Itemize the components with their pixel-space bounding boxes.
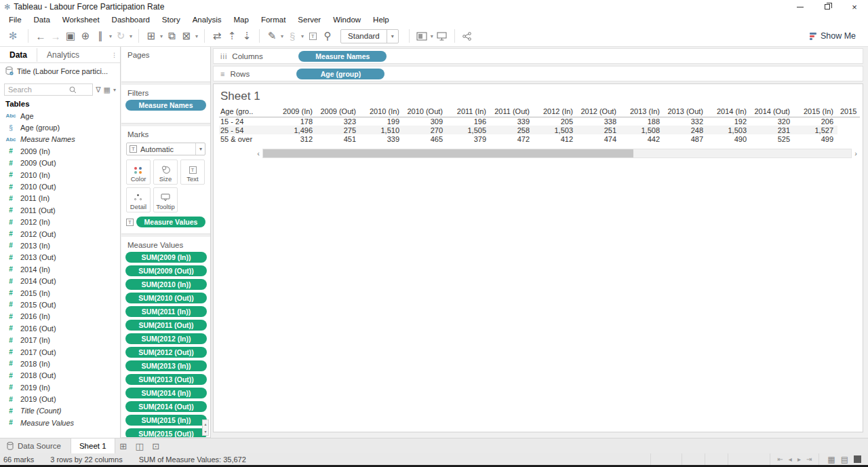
column-header[interactable]: 2015 (In) [794,107,837,117]
pause-dropdown-icon[interactable]: ▾ [109,33,112,39]
measure-values-scrollbar[interactable]: ▴ ▾ [202,419,209,436]
presentation-mode-button[interactable] [435,28,450,44]
table-cell[interactable]: 338 [577,117,620,126]
table-cell[interactable]: 1,503 [534,126,577,134]
measure-value-pill[interactable]: SUM(2014 (In)) [125,388,207,398]
minimize-button[interactable] [787,0,814,14]
scroll-right-icon[interactable]: › [852,149,860,158]
field-item[interactable]: # 2012 (In) [0,217,120,228]
menu-item[interactable]: Server [292,16,327,24]
field-item[interactable]: # 2010 (Out) [0,181,120,192]
table-cell[interactable]: 205 [534,117,577,126]
table-cell[interactable]: 332 [664,117,707,126]
table-cell[interactable]: 270 [403,126,447,134]
nav-prev-icon[interactable]: ◂ [789,455,792,463]
show-filmstrip-icon[interactable]: ▤ [841,455,848,464]
new-data-source-button[interactable]: ⊕ [78,28,93,44]
table-cell[interactable]: 320 [751,117,794,126]
redo-button[interactable]: → [48,28,63,44]
menu-item[interactable]: Dashboard [106,16,156,24]
sort-descending-button[interactable]: ⇣ [239,28,254,44]
columns-pill[interactable]: Measure Names [298,51,387,62]
menu-item[interactable]: File [3,16,28,24]
panel-options-icon[interactable]: ⋮ [111,52,117,58]
table-cell[interactable]: 442 [620,134,664,143]
column-header[interactable]: 2010 (Out) [403,107,447,117]
data-source-item[interactable]: Title (Labour Force partici... [0,63,120,78]
scroll-left-icon[interactable]: ‹ [254,149,262,158]
tab-data[interactable]: Data [0,50,37,60]
row-label[interactable]: 55 & over [219,134,273,143]
search-input[interactable] [8,86,69,94]
data-source-tab[interactable]: Data Source [0,438,71,453]
field-item[interactable]: Abc Age [0,110,120,122]
menu-item[interactable]: Map [228,16,255,24]
table-cell[interactable]: 251 [577,126,620,134]
table-cell[interactable]: 178 [273,117,317,126]
measure-value-pill[interactable]: SUM(2010 (Out)) [125,293,207,303]
group-dropdown-icon[interactable]: ▾ [301,33,304,39]
show-me-button[interactable]: Show Me [810,31,856,41]
sheet-tab-active[interactable]: Sheet 1 [71,438,115,453]
table-cell[interactable]: 1,510 [360,126,403,134]
field-item[interactable]: # 2013 (Out) [0,252,120,263]
field-item[interactable]: # 2009 (In) [0,145,120,157]
measure-value-pill[interactable]: SUM(2013 (In)) [125,360,207,371]
column-header[interactable]: 2015 [837,107,860,117]
show-hide-cards-dropdown-icon[interactable]: ▾ [431,33,433,39]
table-cell[interactable]: 339 [490,117,534,126]
field-item[interactable]: # 2016 (In) [0,311,120,322]
measure-value-pill[interactable]: SUM(2012 (Out)) [125,347,207,358]
field-item[interactable]: # 2017 (Out) [0,346,120,358]
highlight-dropdown-icon[interactable]: ▾ [281,33,283,39]
search-box[interactable] [4,83,93,96]
measure-value-pill[interactable]: SUM(2011 (Out)) [125,320,207,331]
show-hide-cards-button[interactable] [414,28,429,44]
field-item[interactable]: # 2014 (Out) [0,275,120,286]
field-item[interactable]: # 2019 (In) [0,381,120,393]
field-item[interactable]: # 2017 (In) [0,334,120,345]
measure-value-pill[interactable]: SUM(2012 (In)) [125,333,207,344]
measure-value-pill[interactable]: SUM(2009 (In)) [125,252,207,263]
menu-item[interactable]: Analysis [186,16,228,24]
table-cell[interactable]: 474 [577,134,620,143]
filter-fields-icon[interactable]: ∇ [96,86,100,94]
tableau-logo-icon[interactable]: ✻ [5,28,20,44]
table-cell[interactable]: 1,503 [707,126,751,134]
table-cell[interactable]: 487 [664,134,707,143]
scroll-down-icon[interactable]: ▾ [203,428,208,435]
field-item[interactable]: Abc Measure Names [0,134,120,145]
scrollbar-track[interactable] [262,149,852,158]
fit-selector[interactable]: Standard ▾ [340,29,399,43]
table-cell[interactable]: 451 [317,134,360,143]
table-cell[interactable]: 490 [707,134,751,143]
menu-item[interactable]: Worksheet [56,16,106,24]
highlight-button[interactable]: ✎ [264,28,279,44]
show-sheet-sorter-icon[interactable]: ▦ [827,455,835,464]
table-cell[interactable]: 339 [360,134,403,143]
rows-pill[interactable]: Age (group) [296,69,384,79]
show-mark-labels-button[interactable]: T [305,28,320,44]
scrollbar-thumb[interactable] [263,149,633,157]
restore-button[interactable] [814,0,841,14]
menu-item[interactable]: Window [327,16,367,24]
field-item[interactable]: # 2015 (In) [0,287,120,299]
tab-analytics[interactable]: Analytics [37,48,89,62]
field-item[interactable]: # 2015 (Out) [0,299,120,310]
pause-auto-updates-button[interactable]: ∥ [93,28,108,44]
field-item[interactable]: § Age (group) [0,122,120,133]
table-cell[interactable]: 1,496 [273,126,317,134]
table-cell[interactable]: 412 [534,134,577,143]
field-item[interactable]: # 2012 (Out) [0,228,120,240]
field-item[interactable]: # 2010 (In) [0,169,120,181]
field-item[interactable]: # 2019 (Out) [0,393,120,405]
table-cell[interactable]: 323 [317,117,360,126]
table-cell[interactable]: 199 [360,117,403,126]
table-cell[interactable]: 379 [447,134,490,143]
column-header[interactable]: 2012 (Out) [577,107,620,117]
menu-item[interactable]: Story [156,16,186,24]
size-button[interactable]: Size [153,160,178,185]
table-cell[interactable]: 231 [751,126,794,134]
measure-value-pill[interactable]: SUM(2011 (In)) [125,306,207,317]
measure-value-pill[interactable]: SUM(2009 (Out)) [125,265,207,276]
